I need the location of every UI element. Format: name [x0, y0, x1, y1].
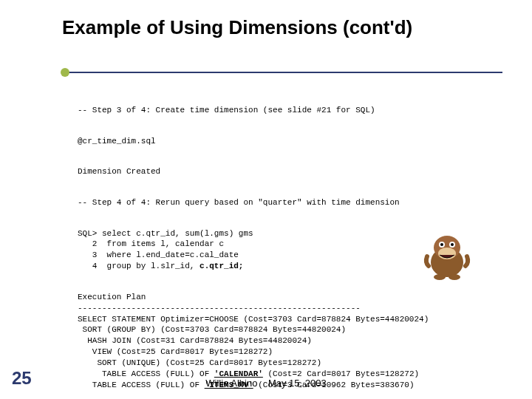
sql-l4a: 4 group by l.slr_id, [78, 262, 200, 270]
plan-l2: SORT (GROUP BY) (Cost=3703 Card=878824 B… [78, 325, 346, 334]
plan-dash: ----------------------------------------… [78, 304, 361, 313]
footer-date: May 15, 2003 [268, 378, 327, 389]
sql-l3: 3 where l.end_date=c.cal_date [78, 250, 239, 259]
plan-l6c: (Cost=2 Card=8017 Bytes=128272) [263, 369, 419, 378]
divider-wrap [0, 47, 532, 73]
footer: Willie Albino May 15, 2003 [0, 378, 532, 389]
svg-point-5 [440, 243, 443, 246]
plan-l1: SELECT STATEMENT Optimizer=CHOOSE (Cost=… [78, 315, 429, 324]
divider-dot [61, 68, 69, 77]
cartoon-image [421, 225, 473, 281]
sql-l1: SQL> select c.qtr_id, sum(l.gms) gms [78, 229, 253, 238]
execution-plan: Execution Plan -------------------------… [78, 292, 502, 391]
plan-l6b: 'CALENDAR' [214, 369, 263, 378]
plan-l4: VIEW (Cost=25 Card=8017 Bytes=128272) [78, 347, 273, 356]
footer-author: Willie Albino [205, 378, 257, 389]
plan-l3: HASH JOIN (Cost=31 Card=878824 Bytes=448… [78, 336, 312, 345]
step3-comment: -- Step 3 of 4: Create time dimension (s… [78, 105, 502, 116]
divider-line [65, 72, 502, 73]
script-command: @cr_time_dim.sql [78, 136, 502, 147]
plan-l5: SORT (UNIQUE) (Cost=25 Card=8017 Bytes=1… [78, 358, 321, 367]
svg-point-8 [449, 274, 460, 280]
slide-title: Example of Using Dimensions (cont'd) [0, 0, 532, 47]
sql-l4b: c.qtr_id; [200, 262, 243, 270]
plan-l6a: TABLE ACCESS (FULL) OF [78, 369, 214, 378]
step4-comment: -- Step 4 of 4: Rerun query based on "qu… [78, 197, 502, 208]
svg-point-7 [434, 274, 446, 280]
plan-header: Execution Plan [78, 293, 146, 301]
sql-l2: 2 from items l, calendar c [78, 239, 224, 248]
svg-point-6 [451, 243, 454, 246]
dimension-created: Dimension Created [78, 166, 502, 177]
